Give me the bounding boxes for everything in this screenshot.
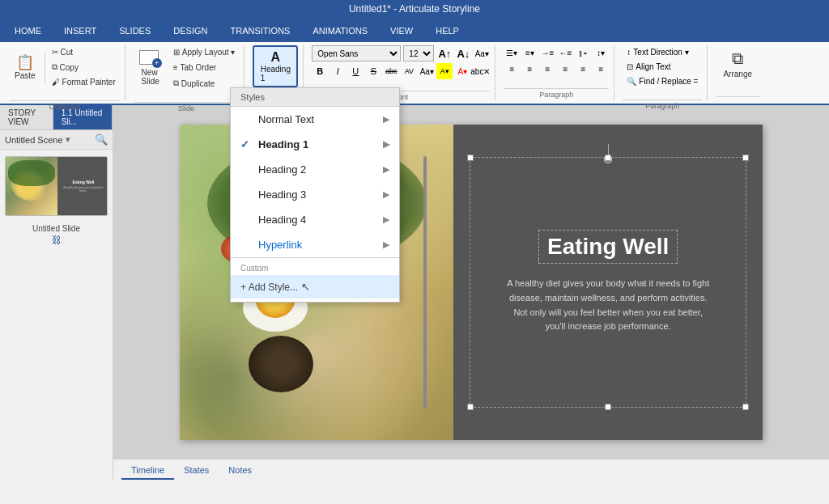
normal-text-label: Normal Text	[258, 113, 314, 125]
canvas-slide-title[interactable]: Eating Well	[538, 230, 678, 264]
font-family-row: Open Sans 12 A↑ A↓ Aa▾	[312, 45, 490, 61]
find-replace-button[interactable]: 🔍 Find / Replace =	[623, 74, 702, 88]
underline-button[interactable]: U	[347, 63, 363, 79]
clipboard-group: 📋 Paste ✂ Cut ⧉ Copy 🖌 Format Painter	[5, 45, 125, 100]
textcase2-button[interactable]: Aa▾	[419, 63, 435, 79]
style-normal-text[interactable]: Normal Text ▶	[231, 107, 399, 132]
highlight-button[interactable]: A▾	[436, 63, 453, 79]
align-text-icon: ⊡	[627, 62, 633, 71]
window-title: Untitled1* - Articulate Storyline	[349, 3, 480, 15]
text-direction-button[interactable]: ↕ Text Direction ▾	[623, 45, 702, 59]
tab-transitions[interactable]: TRANSITIONS	[219, 19, 301, 42]
apply-layout-label: Apply Layout ▾	[182, 48, 236, 57]
number-list-button[interactable]: ≡▾	[521, 45, 538, 60]
bold-button[interactable]: B	[312, 63, 328, 79]
paste-button[interactable]: 📋 Paste	[10, 52, 40, 83]
scene-selector[interactable]: Untitled Scene ▾	[5, 134, 70, 145]
style-heading2[interactable]: Heading 2 ▶	[231, 157, 399, 182]
tab-design[interactable]: DESIGN	[162, 19, 219, 42]
text-case-button[interactable]: Aa▾	[474, 45, 490, 61]
tab-slides[interactable]: SLIDES	[108, 19, 162, 42]
indent-more-button[interactable]: →≡	[539, 45, 555, 60]
find-replace-label: Find / Replace =	[639, 77, 698, 86]
slide-thumbnail[interactable]: Eating Well A healthy diet gives your bo…	[5, 156, 108, 216]
rotate-circle	[604, 155, 612, 163]
line-spacing-button[interactable]: ↕▾	[593, 45, 609, 60]
tab-insert[interactable]: INSERT	[53, 19, 108, 42]
copy-icon: ⧉	[52, 62, 57, 72]
style-hyperlink[interactable]: Hyperlink ▶	[231, 232, 399, 257]
bottom-tabs: Timeline States Notes	[113, 459, 829, 480]
states-tab[interactable]: States	[174, 462, 219, 480]
heading1-arrow: ▶	[383, 139, 389, 150]
align-justify-button[interactable]: ≡	[557, 61, 573, 76]
slide-group: + NewSlide ⊞ Apply Layout ▾ ≡ Tab Order …	[129, 45, 245, 100]
rotate-stem	[608, 144, 609, 155]
duplicate-label: Duplicate	[181, 79, 215, 88]
new-slide-label: NewSlide	[142, 68, 159, 86]
clearformat-button[interactable]: abc✕	[472, 63, 488, 79]
italic-button[interactable]: I	[329, 63, 346, 79]
slide-label: Slide	[134, 102, 240, 114]
tab-animations[interactable]: ANIMATIONS	[301, 19, 379, 42]
notes-tab[interactable]: Notes	[219, 462, 261, 480]
increase-font-button[interactable]: A↑	[436, 45, 453, 61]
cut-copy-format: ✂ Cut ⧉ Copy 🖌 Format Painter	[48, 45, 120, 89]
superscript-button[interactable]: AV	[401, 63, 417, 79]
paste-icon: 📋	[16, 55, 34, 70]
fork-decoration	[423, 156, 427, 409]
style-heading3[interactable]: Heading 3 ▶	[231, 182, 399, 207]
greens-visual	[8, 160, 55, 186]
font-family-select[interactable]: Open Sans	[312, 45, 401, 61]
align-justify3-button[interactable]: ≡	[593, 61, 609, 76]
font-size-select[interactable]: 12	[403, 45, 434, 61]
strikethrough-button[interactable]: S	[365, 63, 381, 79]
copy-label: Copy	[60, 63, 79, 72]
new-slide-button[interactable]: + NewSlide	[134, 47, 168, 89]
slide-extras: ⊞ Apply Layout ▾ ≡ Tab Order ⧉ Duplicate	[169, 45, 240, 91]
format-painter-label: Format Painter	[62, 78, 116, 87]
strikethrough2-button[interactable]: abc	[383, 63, 399, 79]
format-painter-button[interactable]: 🖌 Format Painter	[48, 75, 120, 89]
indent-less-button[interactable]: ←≡	[557, 45, 573, 60]
heading4-label: Heading 4	[258, 214, 306, 226]
decrease-font-button[interactable]: A↓	[455, 45, 471, 61]
duplicate-button[interactable]: ⧉ Duplicate	[169, 76, 240, 91]
tab-view[interactable]: VIEW	[379, 19, 424, 42]
add-style-button[interactable]: + Add Style... ↖	[231, 275, 399, 299]
copy-button[interactable]: ⧉ Copy	[48, 60, 120, 74]
arrange-button[interactable]: ⧉ Arrange	[716, 45, 759, 91]
tab-order-button[interactable]: ≡ Tab Order	[169, 61, 240, 74]
hyperlink-arrow: ▶	[383, 239, 389, 250]
tab-help[interactable]: HELP	[424, 19, 470, 42]
align-text-button[interactable]: ⊡ Align Text	[623, 60, 702, 74]
apply-layout-button[interactable]: ⊞ Apply Layout ▾	[169, 45, 240, 59]
slide-thumb-left	[6, 157, 57, 215]
tab-home[interactable]: HOME	[3, 19, 53, 42]
heading1-check: ✓	[240, 138, 252, 150]
columns-button[interactable]: ⫿▾	[575, 45, 591, 60]
rotate-handle[interactable]	[604, 144, 612, 163]
arrange-group: ⧉ Arrange	[711, 45, 764, 100]
mushroom-decoration	[249, 336, 313, 392]
style-heading1[interactable]: ✓ Heading 1 ▶	[231, 132, 399, 157]
bullet-list-button[interactable]: ☰▾	[504, 45, 520, 60]
handle-br	[742, 404, 749, 410]
align-right-button[interactable]: ≡	[539, 61, 555, 76]
tab-order-label: Tab Order	[181, 63, 216, 72]
timeline-tab[interactable]: Timeline	[121, 462, 174, 480]
align-center-button[interactable]: ≡	[521, 61, 538, 76]
paste-area: 📋 Paste	[10, 52, 45, 83]
heading1-style-button[interactable]: A Heading 1	[253, 45, 298, 87]
panel-search-button[interactable]: 🔍	[95, 133, 108, 146]
fontcolor-button[interactable]: A▾	[454, 63, 470, 79]
align-justify2-button[interactable]: ≡	[575, 61, 591, 76]
styles-dropdown-header: Styles	[231, 88, 399, 107]
canvas-right: Eating Well A healthy diet gives your bo…	[453, 125, 763, 440]
style-heading4[interactable]: Heading 4 ▶	[231, 207, 399, 232]
cut-button[interactable]: ✂ Cut	[48, 45, 120, 59]
heading4-arrow: ▶	[383, 214, 389, 225]
clipboard-buttons: 📋 Paste ✂ Cut ⧉ Copy 🖌 Format Painter	[10, 45, 120, 100]
scene-name: Untitled Scene	[5, 135, 63, 145]
align-left-button[interactable]: ≡	[504, 61, 520, 76]
